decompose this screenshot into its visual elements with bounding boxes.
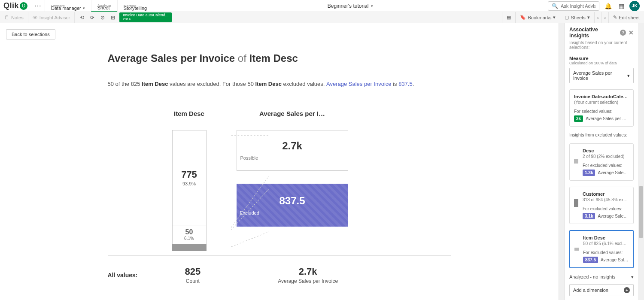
description: 50 of the 825 Item Desc values are exclu… [108,80,451,88]
avatar[interactable]: JK [629,1,640,11]
measure-sublabel: Calculated on 100% of data [569,61,634,65]
insight-card-item-desc[interactable]: Item Desc 50 of 825 (6.1% excluded) For … [569,230,634,268]
help-icon[interactable]: ? [620,30,626,36]
all-values-row: All values: 825 Count 2.7k Average Sales… [108,266,451,284]
insight-advisor-button[interactable]: 👁 Insight Advisor [28,12,75,23]
current-selection-card[interactable]: Invoice Date.autoCalen… (Your current se… [569,89,634,127]
selection-chip[interactable]: Invoice Date.autoCalend... 2014 [119,12,172,22]
close-icon[interactable]: ✕ [629,29,634,36]
bookmarks-button[interactable]: 🔖 Bookmarks ▾ [515,12,560,23]
more-icon[interactable]: ⋯ [31,2,45,10]
notes-button[interactable]: 🗒 Notes [0,12,28,23]
insight-card-desc[interactable]: Desc 2 of 98 (2% excluded) For excluded … [569,143,634,181]
divider [108,255,451,256]
logo[interactable]: Qlik Q [0,1,31,10]
logo-icon: Q [20,2,27,10]
chevron-down-icon: ▾ [83,6,85,10]
note-icon: 🗒 [4,15,9,21]
value-badge: 3k [574,115,583,122]
main-scrollbar[interactable] [559,23,565,300]
search-input[interactable] [561,3,595,9]
possible-value-box[interactable]: 2.7k Possible [237,130,348,171]
chevron-down-icon: ▾ [371,4,373,8]
insight-chart: Item Desc 775 93.9% 50 6.1% [108,110,451,251]
chevron-down-icon: ▾ [587,15,590,20]
all-avg: 2.7k Average Sales per Invoice [278,266,338,284]
value-badge: 1.3k [583,170,595,176]
sparkline-icon [574,191,578,207]
search-icon: 🔍 [552,3,558,9]
insight-card-customer[interactable]: Customer 313 of 684 (45.8% exclud… For e… [569,187,634,224]
smart-search-icon[interactable]: ⊞ [109,14,117,21]
step-back-icon[interactable]: ⟲ [78,14,86,21]
sheets-button[interactable]: ▢ Sheets ▾ [560,12,594,23]
bar-segment-possible[interactable]: 775 93.9% [173,130,206,225]
add-dimension-button[interactable]: Add a dimension + [569,284,634,296]
edit-sheet-button[interactable]: ✎ Edit sheet [608,12,644,23]
clear-selection-icon[interactable]: ⊘ [99,14,106,21]
bookmark-icon: 🔖 [520,15,526,20]
dimension-bar: 775 93.9% 50 6.1% [172,130,207,244]
panel-subtitle: Insights based on your current selection… [569,40,634,50]
eye-icon: 👁 [33,15,38,21]
all-count: 825 Count [185,266,201,284]
excluded-value-box[interactable]: 837.5 Excluded [237,184,348,227]
plus-icon: + [624,287,630,293]
sparkline-icon [574,235,579,251]
value-badge: 837.5 [583,257,598,263]
next-sheet-button[interactable]: › [601,12,608,23]
app-title[interactable]: Beginner's tutorial ▾ [153,3,548,9]
apps-grid-icon[interactable]: ▦ [617,1,626,11]
selections-tool-icon[interactable]: ▤ [502,12,515,23]
chevron-down-icon: ▾ [631,274,634,280]
insights-panel: Associative insights ? ✕ Insights based … [565,23,644,300]
panel-header: Associative insights ? ✕ [569,27,634,39]
back-to-selections-button[interactable]: Back to selections [6,29,55,39]
sheets-icon: ▢ [565,15,569,20]
logo-text: Qlik [3,1,19,10]
step-forward-icon[interactable]: ⟳ [88,14,96,21]
page-title: Average Sales per Invoice of Item Desc [108,52,451,64]
nav-tab-analyze[interactable]: Analyze Sheet [91,0,117,12]
sparkline-icon [574,148,578,164]
main-content: Back to selections Average Sales per Inv… [0,23,559,300]
analyzed-toggle[interactable]: Analyzed - no insights ▾ [569,274,634,280]
value-badge: 3.1k [583,213,595,219]
selection-toolbar: ⟲ ⟳ ⊘ ⊞ Invoice Date.autoCalend... 2014 [75,12,175,22]
nav-tab-narrate[interactable]: Narrate Storytelling [117,0,153,12]
panel-scrollbar[interactable] [638,23,644,300]
chevron-down-icon: ▾ [553,15,556,20]
nav-tabs: Prepare Data manager▾ Analyze Sheet Narr… [45,0,153,12]
chevron-down-icon: ▾ [627,73,630,79]
measure-label: Measure [569,56,634,61]
bar-segment-excluded[interactable]: 50 6.1% [173,225,206,244]
search-input-wrap[interactable]: 🔍 [548,1,599,11]
topbar: Qlik Q ⋯ Prepare Data manager▾ Analyze S… [0,0,644,12]
scroll-thumb[interactable] [639,186,643,238]
bell-icon[interactable]: 🔔 [603,1,614,11]
bar-cap [172,244,207,251]
main: Back to selections Average Sales per Inv… [0,23,644,300]
col-head-measure: Average Sales per I… [237,110,348,117]
nav-tab-prepare[interactable]: Prepare Data manager▾ [45,0,91,12]
excluded-insights-header: Insights from excluded values: [569,133,634,137]
col-head-dimension: Item Desc [151,110,228,117]
pencil-icon: ✎ [613,15,617,20]
toolbar: 🗒 Notes 👁 Insight Advisor ⟲ ⟳ ⊘ ⊞ Invoic… [0,12,644,23]
measure-select[interactable]: Average Sales per Invoice ▾ [569,68,634,83]
prev-sheet-button[interactable]: ‹ [594,12,601,23]
